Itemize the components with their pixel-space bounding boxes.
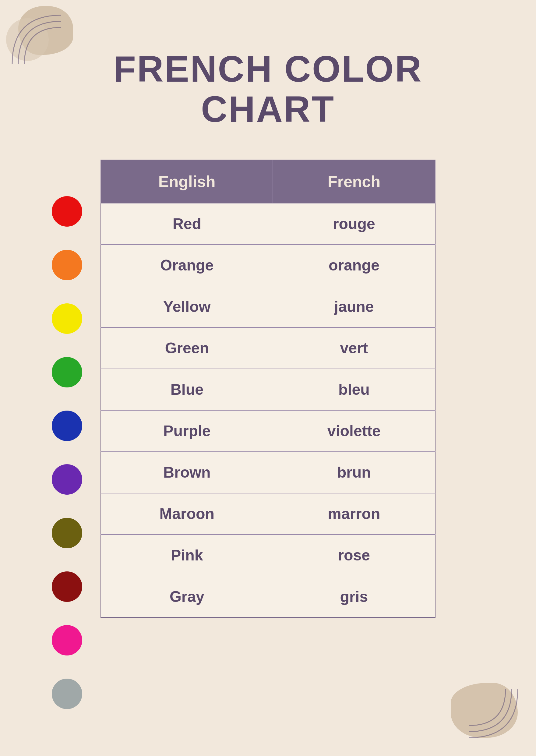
arc-lines-bottom-right bbox=[457, 677, 524, 744]
arc-lines-top-left bbox=[6, 9, 67, 70]
table-row: Redrouge bbox=[101, 203, 435, 245]
table-row: Pinkrose bbox=[101, 534, 435, 576]
color-circle-purple bbox=[52, 464, 82, 495]
cell-french-blue: bleu bbox=[273, 369, 435, 410]
table-row: Greenvert bbox=[101, 327, 435, 369]
cell-english-pink: Pink bbox=[101, 534, 273, 576]
table-row: Yellowjaune bbox=[101, 286, 435, 327]
cell-french-maroon: marron bbox=[273, 493, 435, 534]
color-circle-orange bbox=[52, 250, 82, 280]
cell-english-gray: Gray bbox=[101, 576, 273, 617]
color-circles-column bbox=[52, 196, 82, 732]
table-row: Orangeorange bbox=[101, 245, 435, 286]
color-circle-green bbox=[52, 357, 82, 388]
cell-french-yellow: jaune bbox=[273, 286, 435, 327]
color-chart-table: English French RedrougeOrangeorangeYello… bbox=[100, 159, 436, 618]
color-circle-gray bbox=[52, 679, 82, 709]
color-circle-red bbox=[52, 196, 82, 226]
cell-french-gray: gris bbox=[273, 576, 435, 617]
table-row: Maroonmarron bbox=[101, 493, 435, 534]
table-row: Brownbrun bbox=[101, 452, 435, 493]
cell-english-yellow: Yellow bbox=[101, 286, 273, 327]
cell-french-green: vert bbox=[273, 327, 435, 369]
table-header-row: English French bbox=[101, 160, 435, 203]
page-title: FRENCH COLOR CHART bbox=[70, 49, 466, 129]
cell-french-purple: violette bbox=[273, 410, 435, 452]
cell-english-green: Green bbox=[101, 327, 273, 369]
color-circle-pink bbox=[52, 625, 82, 656]
table-row: Bluebleu bbox=[101, 369, 435, 410]
table-container: English French RedrougeOrangeorangeYello… bbox=[100, 159, 436, 618]
table-row: Purpleviolette bbox=[101, 410, 435, 452]
cell-english-blue: Blue bbox=[101, 369, 273, 410]
cell-french-pink: rose bbox=[273, 534, 435, 576]
cell-english-maroon: Maroon bbox=[101, 493, 273, 534]
color-circle-yellow bbox=[52, 303, 82, 334]
header-english: English bbox=[101, 160, 273, 203]
table-row: Graygris bbox=[101, 576, 435, 617]
cell-french-red: rouge bbox=[273, 203, 435, 245]
cell-french-orange: orange bbox=[273, 245, 435, 286]
color-circle-brown bbox=[52, 518, 82, 548]
cell-french-brown: brun bbox=[273, 452, 435, 493]
cell-english-red: Red bbox=[101, 203, 273, 245]
color-circle-blue bbox=[52, 411, 82, 441]
header-french: French bbox=[273, 160, 435, 203]
cell-english-purple: Purple bbox=[101, 410, 273, 452]
color-circle-maroon bbox=[52, 571, 82, 602]
cell-english-orange: Orange bbox=[101, 245, 273, 286]
cell-english-brown: Brown bbox=[101, 452, 273, 493]
